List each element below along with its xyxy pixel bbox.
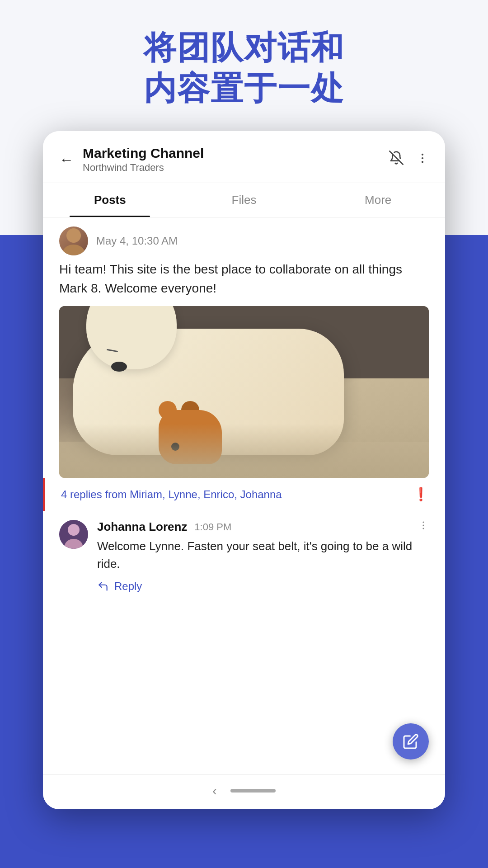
tab-more-label: More — [365, 193, 391, 207]
reply-content: Johanna Lorenz 1:09 PM Welcome Lynne. Fa… — [97, 520, 429, 593]
svg-point-10 — [422, 524, 424, 526]
post-timestamp: May 4, 10:30 AM — [96, 235, 178, 247]
bell-slash-icon[interactable] — [389, 151, 404, 169]
back-button[interactable]: ← — [59, 151, 74, 168]
tabs-bar: Posts Files More — [43, 183, 445, 217]
tab-files[interactable]: Files — [177, 183, 311, 217]
tab-more[interactable]: More — [311, 183, 445, 217]
svg-point-3 — [422, 161, 423, 163]
reply-message: Johanna Lorenz 1:09 PM Welcome Lynne. Fa… — [43, 511, 445, 602]
reply-author-avatar — [59, 520, 88, 549]
channel-info: Marketing Channel Northwind Traders — [83, 146, 389, 174]
alert-icon: ❗ — [413, 487, 429, 502]
reply-timestamp: 1:09 PM — [194, 521, 231, 533]
tab-posts[interactable]: Posts — [43, 183, 177, 217]
reply-label: Reply — [114, 580, 142, 593]
tab-files-label: Files — [232, 193, 257, 207]
reply-button[interactable]: Reply — [97, 573, 429, 593]
replies-summary: 4 replies from Miriam, Lynne, Enrico, Jo… — [61, 488, 413, 501]
channel-name: Marketing Channel — [83, 146, 389, 161]
post-image — [59, 306, 429, 478]
nav-home-indicator — [230, 789, 276, 793]
headline-line2: 内容置于一处 — [0, 68, 488, 108]
svg-point-11 — [422, 528, 424, 529]
tab-posts-label: Posts — [94, 193, 126, 207]
compose-fab[interactable] — [393, 723, 429, 760]
reply-author-name: Johanna Lorenz — [97, 520, 187, 534]
channel-header: ← Marketing Channel Northwind Traders — [43, 131, 445, 183]
svg-point-4 — [66, 228, 81, 243]
post-area: May 4, 10:30 AM Hi team! This site is th… — [43, 217, 445, 478]
post-author-avatar — [59, 226, 88, 255]
replies-bar[interactable]: 4 replies from Miriam, Lynne, Enrico, Jo… — [43, 478, 445, 511]
post-text: Hi team! This site is the best place to … — [59, 260, 429, 306]
svg-line-0 — [389, 151, 403, 164]
svg-point-7 — [68, 524, 80, 536]
nav-back-button[interactable]: ‹ — [212, 783, 217, 798]
headline-line1: 将团队对话和 — [0, 27, 488, 68]
header-icons — [389, 151, 429, 169]
reply-text: Welcome Lynne. Fasten your seat belt, it… — [97, 538, 429, 573]
svg-point-2 — [422, 157, 423, 159]
svg-point-5 — [63, 245, 84, 255]
bottom-navigation: ‹ — [43, 774, 445, 809]
content-area: May 4, 10:30 AM Hi team! This site is th… — [43, 217, 445, 774]
phone-card: ← Marketing Channel Northwind Traders — [43, 131, 445, 809]
reply-more-button[interactable] — [418, 520, 429, 534]
more-vertical-icon[interactable] — [416, 151, 429, 168]
svg-point-1 — [422, 153, 423, 155]
channel-org: Northwind Traders — [83, 162, 389, 174]
reply-header: Johanna Lorenz 1:09 PM — [97, 520, 429, 534]
post-meta: May 4, 10:30 AM — [59, 217, 429, 260]
svg-point-9 — [422, 521, 424, 523]
page-headline: 将团队对话和 内容置于一处 — [0, 27, 488, 108]
